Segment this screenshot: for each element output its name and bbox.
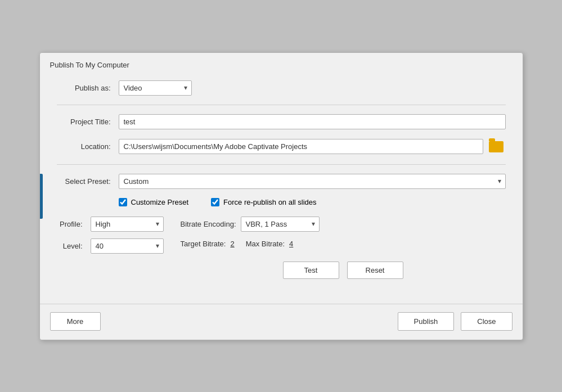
close-button[interactable]: Close: [461, 312, 512, 331]
publish-as-select-wrapper: Video PDF HTML5 Flash: [119, 80, 192, 96]
dialog-body: Publish as: Video PDF HTML5 Flash Projec…: [40, 75, 523, 298]
more-button[interactable]: More: [50, 312, 101, 331]
dialog-footer: More Publish Close: [40, 304, 523, 340]
project-title-control: [119, 114, 506, 129]
browse-folder-button[interactable]: [487, 138, 506, 155]
bitrate-encoding-select[interactable]: VBR, 1 Pass VBR, 2 Pass CBR: [241, 217, 320, 232]
bitrate-encoding-label: Bitrate Encoding:: [181, 220, 236, 228]
publish-as-control: Video PDF HTML5 Flash: [119, 80, 506, 96]
checkboxes-row: Customize Preset Force re-publish on all…: [119, 198, 506, 206]
profile-level-row: Profile: High Main Baseline Level: 40: [57, 217, 506, 279]
right-section: Bitrate Encoding: VBR, 1 Pass VBR, 2 Pas…: [181, 217, 506, 279]
project-title-row: Project Title:: [57, 114, 506, 129]
customize-preset-checkbox[interactable]: [119, 198, 127, 206]
profile-label: Profile:: [57, 220, 91, 228]
preset-select-wrapper: Custom Low Medium High: [119, 174, 506, 189]
customize-preset-label: Customize Preset: [131, 198, 189, 206]
profile-row: Profile: High Main Baseline: [57, 217, 164, 232]
location-row: Location:: [57, 138, 506, 155]
preset-select[interactable]: Custom Low Medium High: [119, 174, 506, 189]
project-title-input[interactable]: [119, 114, 506, 129]
select-preset-label: Select Preset:: [57, 177, 119, 186]
left-section: Profile: High Main Baseline Level: 40: [57, 217, 164, 254]
test-button[interactable]: Test: [283, 262, 339, 279]
select-preset-row: Select Preset: Custom Low Medium High: [57, 174, 506, 189]
level-row: Level: 40 41 50: [57, 238, 164, 254]
profile-select[interactable]: High Main Baseline: [91, 217, 164, 232]
publish-as-row: Publish as: Video PDF HTML5 Flash: [57, 80, 506, 96]
level-select[interactable]: 40 41 50: [91, 238, 164, 254]
level-select-wrapper: 40 41 50: [91, 238, 164, 254]
location-input-wrap: [119, 139, 483, 154]
force-republish-checkbox-label[interactable]: Force re-publish on all slides: [211, 198, 316, 206]
dialog-title: Publish To My Computer: [40, 53, 523, 75]
location-label: Location:: [57, 142, 119, 151]
left-accent: [40, 174, 43, 219]
publish-as-select[interactable]: Video PDF HTML5 Flash: [119, 80, 192, 96]
max-bitrate-label: Max Bitrate:: [246, 240, 285, 248]
project-title-label: Project Title:: [57, 118, 119, 126]
max-bitrate-value: 4: [289, 240, 293, 248]
customize-preset-checkbox-label[interactable]: Customize Preset: [119, 198, 189, 206]
force-republish-label: Force re-publish on all slides: [223, 198, 316, 206]
location-input[interactable]: [119, 139, 483, 154]
publish-as-label: Publish as:: [57, 84, 119, 92]
publish-dialog: Publish To My Computer Publish as: Video…: [39, 52, 523, 340]
bitrate-encoding-select-wrapper: VBR, 1 Pass VBR, 2 Pass CBR: [241, 217, 320, 232]
target-bitrate-label: Target Bitrate:: [181, 240, 226, 248]
reset-button[interactable]: Reset: [347, 262, 403, 279]
location-control: [119, 138, 506, 155]
divider-1: [57, 105, 506, 105]
publish-button[interactable]: Publish: [398, 312, 455, 331]
profile-select-wrapper: High Main Baseline: [91, 217, 164, 232]
target-max-bitrate-row: Target Bitrate: 2 Max Bitrate: 4: [181, 240, 506, 248]
footer-right-buttons: Publish Close: [398, 312, 512, 331]
target-bitrate-value: 2: [230, 240, 234, 248]
level-label: Level:: [57, 242, 91, 250]
bitrate-encoding-row: Bitrate Encoding: VBR, 1 Pass VBR, 2 Pas…: [181, 217, 506, 232]
force-republish-checkbox[interactable]: [211, 198, 219, 206]
select-preset-control: Custom Low Medium High: [119, 174, 506, 189]
test-reset-row: Test Reset: [181, 262, 506, 279]
divider-2: [57, 164, 506, 165]
folder-icon: [489, 141, 503, 152]
